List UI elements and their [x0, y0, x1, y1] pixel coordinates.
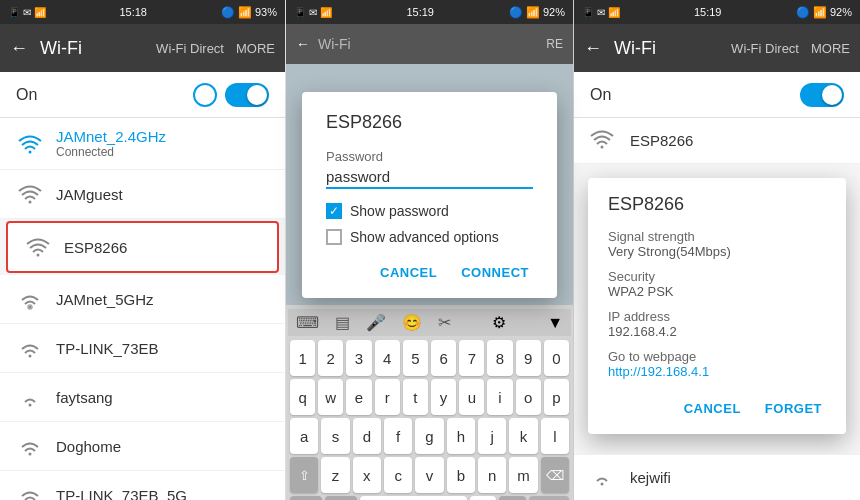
keyboard-icon-4[interactable]: 😊 [402, 313, 422, 332]
keyboard-icon-5[interactable]: ✂ [438, 313, 451, 332]
wifi-item-esp8266[interactable]: ESP8266 [6, 221, 279, 273]
info-dialog-actions: CANCEL FORGET [608, 391, 826, 422]
connect-button[interactable]: CONNECT [457, 259, 533, 286]
kb-key-m[interactable]: m [509, 457, 537, 493]
kb-key-8[interactable]: 8 [487, 340, 512, 376]
kb-key-shift[interactable]: ⇧ [290, 457, 318, 493]
kb-row-numbers: 1 2 3 4 5 6 7 8 9 0 [290, 340, 569, 376]
show-advanced-row[interactable]: Show advanced options [326, 229, 533, 245]
bg-title-bar-2: ← Wi-Fi RE [286, 24, 573, 64]
kb-key-0[interactable]: 0 [544, 340, 569, 376]
info-cancel-button[interactable]: CANCEL [680, 395, 745, 422]
kb-key-6[interactable]: 6 [431, 340, 456, 376]
keyboard-collapse-icon[interactable]: ▼ [547, 314, 563, 332]
toggle-circle-1[interactable] [193, 83, 217, 107]
wifi-item-faytsang[interactable]: faytsang [0, 373, 285, 422]
webpage-row: Go to webpage http://192.168.4.1 [608, 349, 826, 379]
kb-key-u[interactable]: u [459, 379, 484, 415]
wifi-signal-icon-jamnet5g [16, 285, 44, 313]
webpage-link[interactable]: http://192.168.4.1 [608, 364, 826, 379]
kb-key-space[interactable]: English(US) [360, 496, 467, 500]
wifi-name-jamnet5g: JAMnet_5GHz [56, 291, 154, 308]
wifi-item-jamguest[interactable]: JAMguest [0, 170, 285, 219]
show-password-checkbox[interactable]: ✓ [326, 203, 342, 219]
wifi-item-jamnet5g[interactable]: JAMnet_5GHz [0, 275, 285, 324]
security-label: Security [608, 269, 826, 284]
kb-key-x[interactable]: x [353, 457, 381, 493]
wifi-toggle-3[interactable] [800, 83, 844, 107]
show-password-row[interactable]: ✓ Show password [326, 203, 533, 219]
back-arrow-3[interactable]: ← [584, 38, 602, 59]
wifi-item-tplink5g[interactable]: TP-LINK_73EB_5G [0, 471, 285, 500]
back-arrow-1[interactable]: ← [10, 38, 28, 59]
kb-key-q[interactable]: q [290, 379, 315, 415]
kb-key-y[interactable]: y [431, 379, 456, 415]
kb-key-sym[interactable]: Sym [290, 496, 322, 500]
kb-key-v[interactable]: v [415, 457, 443, 493]
wifi-item-doghome[interactable]: Doghome [0, 422, 285, 471]
keyboard-icon-1[interactable]: ⌨ [296, 313, 319, 332]
kb-key-2[interactable]: 2 [318, 340, 343, 376]
kb-key-5[interactable]: 5 [403, 340, 428, 376]
kb-key-backspace[interactable]: ⌫ [541, 457, 569, 493]
kb-key-7[interactable]: 7 [459, 340, 484, 376]
wifi-info-jamnet5g: JAMnet_5GHz [56, 291, 154, 308]
wifi-name-jamguest: JAMguest [56, 186, 123, 203]
cancel-button[interactable]: CANCEL [376, 259, 441, 286]
kb-key-h[interactable]: h [447, 418, 475, 454]
kb-key-n[interactable]: n [478, 457, 506, 493]
kb-key-z[interactable]: z [321, 457, 349, 493]
kb-key-e[interactable]: e [346, 379, 371, 415]
more-menu-1[interactable]: MORE [236, 41, 275, 56]
status-bar-1: 📱 ✉ 📶 15:18 🔵 📶 93% [0, 0, 285, 24]
more-menu-3[interactable]: MORE [811, 41, 850, 56]
wifi-name-tplink73eb: TP-LINK_73EB [56, 340, 159, 357]
kb-key-l[interactable]: l [541, 418, 569, 454]
wifi-name-faytsang: faytsang [56, 389, 113, 406]
kb-key-f[interactable]: f [384, 418, 412, 454]
keyboard-icon-3[interactable]: 🎤 [366, 313, 386, 332]
kb-key-globe[interactable]: 🌐 [499, 496, 526, 500]
kb-key-period[interactable]: . [470, 496, 497, 500]
bottom-wifi-item[interactable]: kejwifi [574, 454, 860, 500]
kb-key-1[interactable]: 1 [290, 340, 315, 376]
wifi-direct-link-3[interactable]: Wi-Fi Direct [731, 41, 799, 56]
kb-key-k[interactable]: k [509, 418, 537, 454]
kb-key-a[interactable]: a [290, 418, 318, 454]
kb-key-c[interactable]: c [384, 457, 412, 493]
kb-key-i[interactable]: i [487, 379, 512, 415]
keyboard-settings-icon[interactable]: ⚙ [492, 313, 506, 332]
kb-key-b[interactable]: b [447, 457, 475, 493]
wifi-name-esp8266: ESP8266 [64, 239, 127, 256]
password-input[interactable] [326, 166, 533, 189]
wifi-toggle-1[interactable] [225, 83, 269, 107]
wifi-signal-icon-esp8266 [24, 233, 52, 261]
wifi-direct-link-1[interactable]: Wi-Fi Direct [156, 41, 224, 56]
kb-key-o[interactable]: o [516, 379, 541, 415]
wifi-item-tplink73eb[interactable]: TP-LINK_73EB [0, 324, 285, 373]
svg-point-0 [29, 150, 32, 153]
kb-key-3[interactable]: 3 [346, 340, 371, 376]
wifi-signal-icon-jamnet24 [16, 130, 44, 158]
kb-key-r[interactable]: r [375, 379, 400, 415]
kb-key-d[interactable]: d [353, 418, 381, 454]
kb-key-g[interactable]: g [415, 418, 443, 454]
show-advanced-checkbox[interactable] [326, 229, 342, 245]
dialog-actions: CANCEL CONNECT [326, 255, 533, 286]
kb-key-t[interactable]: t [403, 379, 428, 415]
forget-button[interactable]: FORGET [761, 395, 826, 422]
kb-key-done[interactable]: Done [529, 496, 569, 500]
kb-key-p[interactable]: p [544, 379, 569, 415]
kb-key-4[interactable]: 4 [375, 340, 400, 376]
esp-partial-row: ESP8266 [574, 118, 860, 164]
wifi-item-jamnet24[interactable]: JAMnet_2.4GHz Connected [0, 118, 285, 170]
security-row: Security WPA2 PSK [608, 269, 826, 299]
kb-key-j[interactable]: j [478, 418, 506, 454]
kb-key-123[interactable]: 123 [325, 496, 357, 500]
wifi-info-tplink73eb: TP-LINK_73EB [56, 340, 159, 357]
kb-key-s[interactable]: s [321, 418, 349, 454]
kb-key-9[interactable]: 9 [516, 340, 541, 376]
keyboard-icon-2[interactable]: ▤ [335, 313, 350, 332]
kb-key-w[interactable]: w [318, 379, 343, 415]
panel-network-info: 📱 ✉ 📶 15:19 🔵 📶 92% ← Wi-Fi Wi-Fi Direct… [574, 0, 860, 500]
